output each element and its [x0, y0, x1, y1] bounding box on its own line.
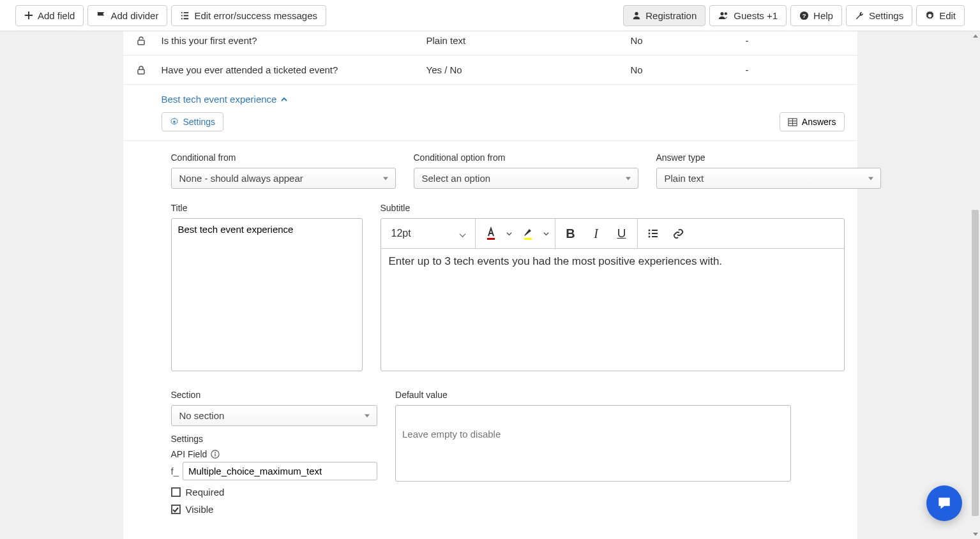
- settings-subheader: Settings: [171, 434, 378, 444]
- answer-type-select[interactable]: Plain text: [656, 168, 881, 189]
- visible-label: Visible: [186, 504, 214, 515]
- lock-icon: [136, 65, 146, 75]
- registration-tab[interactable]: Registration: [623, 5, 705, 26]
- edit-button[interactable]: Edit: [916, 5, 965, 26]
- required-label: Required: [186, 487, 225, 498]
- field-row[interactable]: Have you ever attended a ticketed event?…: [123, 55, 857, 85]
- section-name: Best tech event experience: [162, 94, 277, 105]
- text-color-icon: [485, 226, 497, 240]
- fontsize-value: 12pt: [391, 228, 411, 239]
- subtitle-editor: 12pt: [381, 218, 845, 371]
- link-icon: [672, 228, 684, 240]
- field-edit-area: Conditional from None - should always ap…: [123, 140, 857, 539]
- section-header[interactable]: Best tech event experience: [123, 85, 857, 108]
- svg-point-13: [648, 236, 650, 238]
- checkbox-icon: [171, 505, 181, 514]
- chevron-up-icon: [280, 96, 288, 103]
- bold-button[interactable]: B: [559, 223, 582, 244]
- underline-button[interactable]: U: [610, 223, 633, 244]
- unlock-icon: [136, 36, 146, 46]
- add-divider-button[interactable]: Add divider: [87, 5, 167, 26]
- edit-label: Edit: [939, 10, 956, 21]
- field-required: No: [631, 64, 746, 75]
- title-input[interactable]: [171, 218, 363, 371]
- text-color-button[interactable]: [479, 223, 502, 244]
- section-select[interactable]: No section: [171, 405, 378, 426]
- add-field-label: Add field: [38, 10, 75, 21]
- conditional-from-value: None - should always appear: [179, 173, 303, 184]
- field-type: Yes / No: [426, 64, 631, 75]
- wrench-icon: [855, 11, 864, 20]
- answers-label: Answers: [802, 117, 836, 127]
- conditional-option-select[interactable]: Select an option: [414, 168, 638, 189]
- highlight-button[interactable]: [516, 223, 539, 244]
- field-title: Is this your first event?: [162, 35, 426, 46]
- answers-button[interactable]: Answers: [780, 112, 845, 131]
- section-settings-button[interactable]: Settings: [162, 112, 224, 131]
- svg-rect-6: [138, 70, 144, 74]
- text-color-dropdown[interactable]: [505, 231, 514, 237]
- edit-messages-label: Edit error/success messages: [194, 10, 317, 21]
- field-row[interactable]: Is this your first event? Plain text No …: [123, 31, 857, 55]
- field-type: Plain text: [426, 35, 631, 46]
- registration-label: Registration: [645, 10, 697, 21]
- chat-icon: [936, 495, 953, 512]
- default-value-input[interactable]: [395, 405, 791, 482]
- help-button[interactable]: ? Help: [790, 5, 842, 26]
- svg-point-2: [725, 12, 727, 15]
- rte-toolbar: 12pt: [381, 219, 844, 249]
- required-checkbox[interactable]: Required: [171, 487, 378, 498]
- info-icon: [211, 450, 220, 459]
- field-extra: -: [746, 35, 845, 46]
- scrollbar-thumb[interactable]: [972, 210, 979, 516]
- main-content: Is this your first event? Plain text No …: [0, 31, 980, 539]
- guests-tab[interactable]: Guests +1: [709, 5, 787, 26]
- conditional-option-label: Conditional option from: [414, 152, 638, 163]
- scroll-down-icon[interactable]: [970, 529, 980, 539]
- svg-point-1: [721, 12, 724, 15]
- bullet-list-icon: [647, 228, 659, 239]
- section-label: Section: [171, 390, 378, 400]
- svg-rect-5: [138, 40, 144, 45]
- svg-rect-16: [215, 454, 216, 456]
- add-divider-label: Add divider: [110, 10, 158, 21]
- checkbox-icon: [171, 487, 181, 497]
- chat-widget-button[interactable]: [926, 485, 962, 521]
- default-value-label: Default value: [395, 390, 844, 400]
- conditional-from-select[interactable]: None - should always appear: [171, 168, 396, 189]
- visible-checkbox[interactable]: Visible: [171, 504, 378, 515]
- edit-messages-button[interactable]: Edit error/success messages: [171, 5, 326, 26]
- highlight-dropdown[interactable]: [542, 231, 551, 237]
- conditional-from-label: Conditional from: [171, 152, 396, 163]
- subtitle-body[interactable]: Enter up to 3 tech events you had the mo…: [381, 249, 844, 371]
- fontsize-select[interactable]: 12pt: [385, 224, 471, 243]
- plus-icon: [24, 11, 33, 20]
- help-icon: ?: [799, 11, 809, 20]
- guests-label: Guests +1: [734, 10, 778, 21]
- svg-point-12: [648, 233, 650, 235]
- answer-type-value: Plain text: [665, 173, 704, 184]
- flag-icon: [96, 11, 106, 20]
- bold-icon: B: [566, 226, 575, 241]
- svg-rect-10: [524, 238, 532, 240]
- field-extra: -: [746, 64, 845, 75]
- svg-point-7: [173, 121, 176, 123]
- answer-type-label: Answer type: [656, 152, 881, 163]
- settings-button[interactable]: Settings: [846, 5, 912, 26]
- link-button[interactable]: [667, 223, 690, 244]
- user-icon: [632, 11, 641, 20]
- scrollbar[interactable]: [970, 31, 980, 539]
- help-label: Help: [813, 10, 833, 21]
- gear-icon: [170, 117, 179, 126]
- section-settings-label: Settings: [183, 117, 216, 127]
- field-required: No: [631, 35, 746, 46]
- title-label: Title: [171, 203, 363, 213]
- field-title: Have you ever attended a ticketed event?: [162, 64, 426, 75]
- api-prefix: f_: [171, 466, 179, 476]
- bullet-list-button[interactable]: [642, 223, 665, 244]
- api-field-label: API Field: [171, 449, 207, 459]
- scroll-up-icon[interactable]: [970, 31, 980, 41]
- add-field-button[interactable]: Add field: [15, 5, 84, 26]
- italic-button[interactable]: I: [585, 223, 608, 244]
- api-field-input[interactable]: [183, 462, 377, 480]
